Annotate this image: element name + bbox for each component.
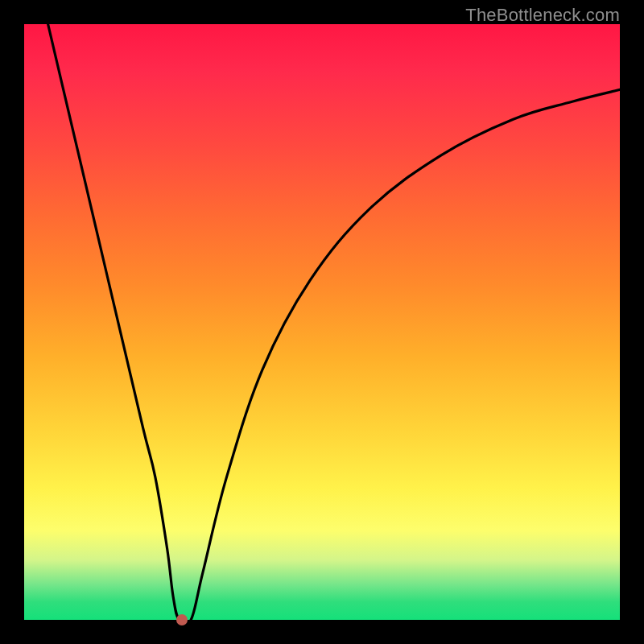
curve-svg xyxy=(24,24,620,620)
watermark-label: TheBottleneck.com xyxy=(465,5,620,26)
bottleneck-curve xyxy=(48,24,620,620)
plot-area xyxy=(24,24,620,620)
chart-container: TheBottleneck.com xyxy=(0,0,644,644)
optimum-marker xyxy=(176,614,188,625)
